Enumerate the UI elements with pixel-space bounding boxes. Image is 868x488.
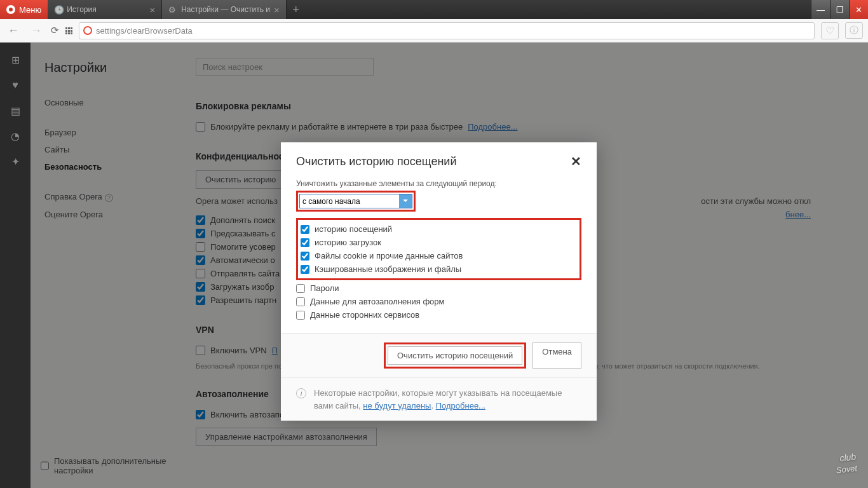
opera-icon — [6, 5, 15, 14]
minimize-button[interactable]: — — [811, 0, 830, 19]
maximize-button[interactable]: ❐ — [830, 0, 849, 19]
checks-highlight: историю посещенийисторию загрузокФайлы c… — [296, 218, 581, 280]
address-bar[interactable] — [79, 22, 815, 39]
close-icon[interactable]: × — [274, 4, 280, 15]
icon-sidebar: ⊞ ♥ ▤ ◔ ✦ — [0, 43, 31, 488]
tab-title: История — [67, 5, 146, 14]
tab-history[interactable]: 🕒 История × — [48, 0, 162, 19]
toolbar: ← → ⟳ ♡ ⓘ — [0, 19, 868, 43]
not-deleted-link[interactable]: не будут удалены — [363, 401, 431, 410]
forward-button[interactable]: → — [28, 24, 44, 37]
speed-dial-icon[interactable] — [65, 27, 72, 34]
gear-icon: ⚙ — [168, 5, 177, 14]
back-button[interactable]: ← — [5, 24, 22, 37]
extensions-icon[interactable]: ✦ — [10, 156, 21, 167]
period-select[interactable]: с самого начала — [299, 194, 412, 208]
menu-button[interactable]: Меню — [0, 0, 48, 19]
page-info-button[interactable]: ⓘ — [845, 22, 863, 39]
clock-icon: 🕒 — [54, 5, 63, 14]
dialog-close-button[interactable]: ✕ — [571, 154, 581, 169]
opera-favicon-icon — [83, 26, 92, 35]
new-tab-button[interactable]: + — [287, 0, 306, 19]
reload-button[interactable]: ⟳ — [51, 25, 59, 36]
dlg-check-3[interactable]: Кэшированные изображения и файлы — [301, 262, 549, 276]
url-input[interactable] — [96, 26, 810, 36]
period-label: Уничтожить указанные элементы за следующ… — [296, 179, 581, 188]
dlg-check-6[interactable]: Данные сторонних сервисов — [296, 308, 581, 322]
cancel-button[interactable]: Отмена — [532, 342, 581, 369]
titlebar: Меню 🕒 История × ⚙ Настройки — Очистить … — [0, 0, 868, 19]
menu-label: Меню — [19, 5, 41, 15]
clear-data-button[interactable]: Очистить историю посещений — [388, 346, 522, 365]
tab-strip: 🕒 История × ⚙ Настройки — Очистить и × + — [48, 0, 811, 19]
bookmark-button[interactable]: ♡ — [821, 22, 839, 39]
clock-icon[interactable]: ◔ — [10, 130, 21, 142]
heart-icon[interactable]: ♥ — [10, 79, 21, 91]
dlg-check-0[interactable]: историю посещений — [301, 222, 549, 236]
period-highlight: с самого начала — [296, 191, 416, 212]
dlg-check-2[interactable]: Файлы cookie и прочие данные сайтов — [301, 249, 549, 262]
news-icon[interactable]: ▤ — [10, 105, 21, 116]
tab-settings[interactable]: ⚙ Настройки — Очистить и × — [162, 0, 287, 19]
dialog-title: Очистить историю посещений — [296, 155, 456, 168]
dlg-check-1[interactable]: историю загрузок — [301, 236, 549, 249]
close-window-button[interactable]: ✕ — [849, 0, 868, 19]
dlg-check-5[interactable]: Данные для автозаполнения форм — [296, 295, 581, 308]
dlg-check-4[interactable]: Пароли — [296, 281, 581, 295]
tab-title: Настройки — Очистить и — [181, 5, 270, 14]
clear-data-dialog: Очистить историю посещений ✕ Уничтожить … — [281, 142, 597, 421]
dialog-info: i Некоторые настройки, которые могут ука… — [281, 377, 597, 421]
clear-button-highlight: Очистить историю посещений — [384, 342, 526, 369]
apps-icon[interactable]: ⊞ — [10, 54, 21, 65]
window-controls: — ❐ ✕ — [811, 0, 868, 19]
close-icon[interactable]: × — [149, 4, 155, 15]
more-link[interactable]: Подробнее... — [436, 401, 485, 410]
info-icon: i — [296, 388, 306, 398]
